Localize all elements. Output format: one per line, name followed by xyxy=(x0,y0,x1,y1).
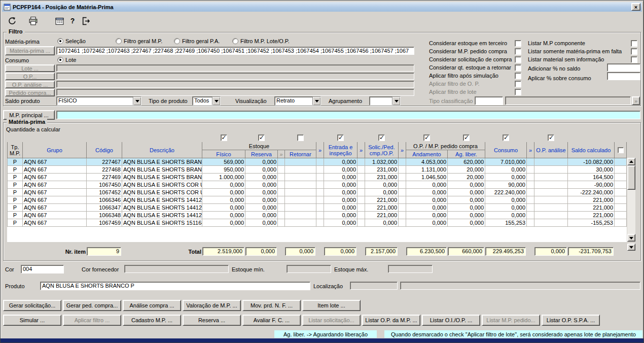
table-row[interactable]: PAQN 6671067450AQN BLUSA E SHORTS COR UM… xyxy=(8,181,627,189)
grid-cell[interactable]: 0,000 xyxy=(324,166,357,174)
grid-cell[interactable]: 0,000 xyxy=(245,196,278,204)
grid-cell[interactable] xyxy=(316,204,324,212)
grid-cell[interactable]: 0,000 xyxy=(202,189,245,196)
grid-cell[interactable] xyxy=(615,219,627,227)
scroll-down-button[interactable] xyxy=(627,234,635,242)
grid-cell[interactable] xyxy=(399,219,406,227)
grid-cell[interactable] xyxy=(534,166,568,174)
action-button[interactable]: Simular ... xyxy=(3,315,61,326)
grid-cell[interactable] xyxy=(527,204,534,212)
grid-cell[interactable]: AQN 667 xyxy=(23,196,87,204)
grid-cell[interactable]: 950,000 xyxy=(202,166,245,174)
grid-cell[interactable] xyxy=(285,174,316,181)
calc-checkbox-fisico[interactable] xyxy=(221,134,227,141)
radio-option[interactable]: Filtro geral M.P. xyxy=(116,38,174,44)
grid-cell[interactable] xyxy=(615,174,627,181)
grid-cell[interactable]: 0,000 xyxy=(202,219,245,227)
grid-cell[interactable]: 0,000 xyxy=(245,219,278,227)
action-button[interactable]: Listar O.P. da M.P. ... xyxy=(362,315,420,326)
grid-cell[interactable]: P xyxy=(8,219,23,227)
grid-cell[interactable] xyxy=(399,181,406,189)
calc-checkbox-retornar[interactable] xyxy=(297,134,304,141)
grid-cell[interactable] xyxy=(399,158,406,166)
radio-option[interactable]: Filtro geral P.A. xyxy=(174,38,232,44)
grid-cell[interactable]: 0,000 xyxy=(448,219,485,227)
grid-cell[interactable] xyxy=(399,212,406,219)
table-row[interactable]: PAQN 6671066346AQN BLUSA E SHORTS 144121… xyxy=(8,196,627,204)
grid-cell[interactable]: 0,000 xyxy=(245,204,278,212)
agrupamento-select[interactable] xyxy=(369,96,401,106)
grid-cell[interactable] xyxy=(285,196,316,204)
grid-cell[interactable] xyxy=(316,181,324,189)
col-header-entrada-inspecao[interactable]: Entrada e inspeção xyxy=(324,142,357,158)
grid-cell[interactable]: P xyxy=(8,158,23,166)
grid-cell[interactable]: 1.131,000 xyxy=(406,166,448,174)
materia-prima-input[interactable]: 1072461 ;1072462 ;1072463 ;227467 ;22746… xyxy=(56,47,414,55)
grid-cell[interactable]: 0,000 xyxy=(485,166,527,174)
grid-cell[interactable] xyxy=(615,158,627,166)
checkbox[interactable] xyxy=(515,48,521,55)
grid-cell[interactable] xyxy=(615,166,627,174)
grid-cell[interactable] xyxy=(399,204,406,212)
checkbox[interactable] xyxy=(515,56,521,63)
grid-cell[interactable] xyxy=(527,166,534,174)
materia-prima-button[interactable]: Materia-prima ... xyxy=(5,46,55,55)
grid-cell[interactable]: AQN BLUSA E SHORTS BRANCO xyxy=(122,158,202,166)
select-all-checkbox[interactable] xyxy=(618,147,624,153)
grid-cell[interactable]: 231,000 xyxy=(365,166,399,174)
grid-cell[interactable] xyxy=(527,158,534,166)
grid-cell[interactable]: AQN 667 xyxy=(23,181,87,189)
grid-cell[interactable] xyxy=(278,166,285,174)
grid-cell[interactable] xyxy=(399,196,406,204)
grid-cell[interactable]: 0,000 xyxy=(324,174,357,181)
produto-field[interactable]: AQN BLUSA E SHORTS BRANCO P xyxy=(40,282,310,290)
grid-cell[interactable] xyxy=(527,174,534,181)
checkbox[interactable] xyxy=(515,81,521,87)
grid-cell[interactable]: P xyxy=(8,166,23,174)
grid-cell[interactable]: 0,000 xyxy=(406,219,448,227)
grid-cell[interactable] xyxy=(534,219,568,227)
grid-cell[interactable]: 0,000 xyxy=(324,196,357,204)
grid-cell[interactable]: 221,000 xyxy=(568,204,615,212)
grid-cell[interactable] xyxy=(534,181,568,189)
grid-cell[interactable]: 227467 xyxy=(87,158,122,166)
grid-cell[interactable]: 1067450 xyxy=(87,181,122,189)
col-header-retornar[interactable]: Retornar xyxy=(285,150,316,158)
grid-cell[interactable]: 0,000 xyxy=(324,189,357,196)
grid-cell[interactable]: 0,000 xyxy=(324,181,357,189)
col-header-grupo[interactable]: Grupo xyxy=(23,142,87,158)
grid-cell[interactable] xyxy=(278,212,285,219)
grid-cell[interactable]: 0,000 xyxy=(448,181,485,189)
grid-cell[interactable] xyxy=(527,196,534,204)
grid-cell[interactable]: 0,000 xyxy=(406,212,448,219)
grid-cell[interactable] xyxy=(615,212,627,219)
consumo-lote-radio[interactable]: Lote xyxy=(57,57,116,63)
grid-cell[interactable]: AQN BLUSA E SHORTS 151164 L xyxy=(122,219,202,227)
grid-cell[interactable]: 221,000 xyxy=(365,204,399,212)
grid-cell[interactable] xyxy=(534,189,568,196)
grid-cell[interactable] xyxy=(316,219,324,227)
grid-cell[interactable] xyxy=(278,196,285,204)
grid-cell[interactable]: 0,000 xyxy=(365,219,399,227)
grid-cell[interactable] xyxy=(615,204,627,212)
grid-vertical-scrollbar[interactable] xyxy=(627,158,635,242)
scroll-up-button[interactable] xyxy=(627,158,635,165)
radio-option[interactable]: Filtro M.P. Lote/O.P. xyxy=(232,38,290,44)
calc-checkbox-andamento[interactable] xyxy=(423,134,430,141)
grid-cell[interactable]: AQN BLUSA E SHORTS COR UM xyxy=(122,189,202,196)
grid-cell[interactable]: 0,000 xyxy=(202,212,245,219)
grid-cell[interactable]: AQN 667 xyxy=(23,189,87,196)
grid-cell[interactable] xyxy=(357,219,365,227)
action-button[interactable]: Item lote ... xyxy=(302,300,361,311)
grid-cell[interactable]: 0,000 xyxy=(448,212,485,219)
grid-cell[interactable]: 0,000 xyxy=(245,212,278,219)
cor-input[interactable]: 004 xyxy=(21,265,64,273)
grid-cell[interactable]: 569,000 xyxy=(202,158,245,166)
grid-cell[interactable]: -10.082,000 xyxy=(568,158,615,166)
mp-principal-field[interactable] xyxy=(56,111,640,119)
table-row[interactable]: PAQN 667227468AQN BLUSA E SHORTS BRANCO9… xyxy=(8,166,627,174)
grid-cell[interactable]: 1066346 xyxy=(87,196,122,204)
grid-cell[interactable]: 221,000 xyxy=(568,196,615,204)
action-button[interactable]: Análise compra ... xyxy=(123,300,181,311)
table-row[interactable]: PAQN 6671066348AQN BLUSA E SHORTS 144121… xyxy=(8,212,627,219)
